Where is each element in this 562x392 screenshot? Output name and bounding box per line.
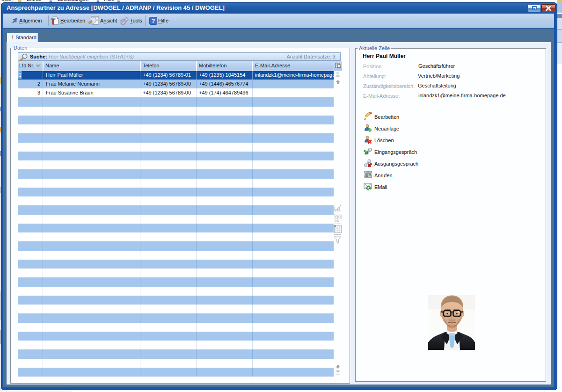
svg-text:?: ? bbox=[152, 17, 155, 24]
